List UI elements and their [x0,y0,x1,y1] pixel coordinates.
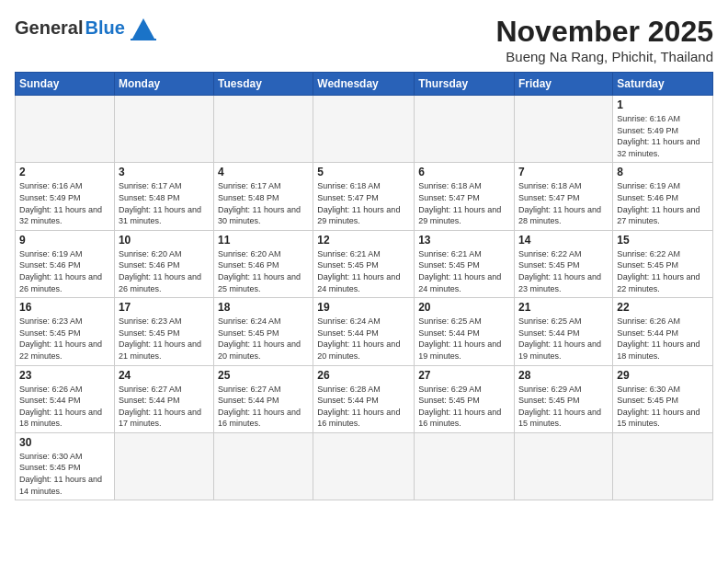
logo: General Blue [15,15,158,40]
title-block: November 2025 Bueng Na Rang, Phichit, Th… [495,15,713,64]
table-row: 18Sunrise: 6:24 AMSunset: 5:45 PMDayligh… [214,298,313,365]
weekday-header-row: Sunday Monday Tuesday Wednesday Thursday… [16,73,713,96]
empty-cell [415,96,515,163]
svg-rect-1 [131,39,156,40]
table-row: 3Sunrise: 6:17 AMSunset: 5:48 PMDaylight… [114,163,213,230]
page-header: General Blue November 2025 Bueng Na Rang… [15,15,713,64]
header-tuesday: Tuesday [214,73,313,96]
empty-cell [613,432,713,500]
calendar-table: Sunday Monday Tuesday Wednesday Thursday… [15,72,713,500]
header-monday: Monday [114,73,213,96]
table-row: 10Sunrise: 6:20 AMSunset: 5:46 PMDayligh… [114,230,213,297]
table-row: 20Sunrise: 6:25 AMSunset: 5:44 PMDayligh… [415,298,515,365]
header-sunday: Sunday [16,73,115,96]
table-row: 25Sunrise: 6:27 AMSunset: 5:44 PMDayligh… [214,365,313,432]
table-row: 12Sunrise: 6:21 AMSunset: 5:45 PMDayligh… [313,230,415,297]
table-row: 24Sunrise: 6:27 AMSunset: 5:44 PMDayligh… [114,365,213,432]
table-row: 30Sunrise: 6:30 AMSunset: 5:45 PMDayligh… [16,432,115,500]
table-row: 19Sunrise: 6:24 AMSunset: 5:44 PMDayligh… [313,298,415,365]
empty-cell [515,96,613,163]
empty-cell [313,96,415,163]
header-friday: Friday [515,73,613,96]
table-row: 7Sunrise: 6:18 AMSunset: 5:47 PMDaylight… [515,163,613,230]
table-row: 4Sunrise: 6:17 AMSunset: 5:48 PMDaylight… [214,163,313,230]
empty-cell [515,432,613,500]
empty-cell [114,96,213,163]
table-row: 6Sunrise: 6:18 AMSunset: 5:47 PMDaylight… [415,163,515,230]
table-row: 9Sunrise: 6:19 AMSunset: 5:46 PMDaylight… [16,230,115,297]
empty-cell [114,432,213,500]
table-row: 26Sunrise: 6:28 AMSunset: 5:44 PMDayligh… [313,365,415,432]
empty-cell [214,96,313,163]
page-title: November 2025 [495,15,713,49]
logo-general: General [15,17,83,39]
table-row: 23Sunrise: 6:26 AMSunset: 5:44 PMDayligh… [16,365,115,432]
svg-marker-0 [132,18,154,39]
empty-cell [214,432,313,500]
header-saturday: Saturday [613,73,713,96]
logo-blue: Blue [85,17,124,39]
table-row: 8Sunrise: 6:19 AMSunset: 5:46 PMDaylight… [613,163,713,230]
table-row: 17Sunrise: 6:23 AMSunset: 5:45 PMDayligh… [114,298,213,365]
header-wednesday: Wednesday [313,73,415,96]
table-row: 11Sunrise: 6:20 AMSunset: 5:46 PMDayligh… [214,230,313,297]
table-row: 29Sunrise: 6:30 AMSunset: 5:45 PMDayligh… [613,365,713,432]
table-row: 15Sunrise: 6:22 AMSunset: 5:45 PMDayligh… [613,230,713,297]
page-subtitle: Bueng Na Rang, Phichit, Thailand [495,49,713,64]
table-row: 5Sunrise: 6:18 AMSunset: 5:47 PMDaylight… [313,163,415,230]
table-row: 21Sunrise: 6:25 AMSunset: 5:44 PMDayligh… [515,298,613,365]
empty-cell [415,432,515,500]
table-row: 1Sunrise: 6:16 AMSunset: 5:49 PMDaylight… [613,96,713,163]
table-row: 27Sunrise: 6:29 AMSunset: 5:45 PMDayligh… [415,365,515,432]
header-thursday: Thursday [415,73,515,96]
table-row: 13Sunrise: 6:21 AMSunset: 5:45 PMDayligh… [415,230,515,297]
empty-cell [16,96,115,163]
table-row: 16Sunrise: 6:23 AMSunset: 5:45 PMDayligh… [16,298,115,365]
table-row: 28Sunrise: 6:29 AMSunset: 5:45 PMDayligh… [515,365,613,432]
table-row: 14Sunrise: 6:22 AMSunset: 5:45 PMDayligh… [515,230,613,297]
empty-cell [313,432,415,500]
table-row: 22Sunrise: 6:26 AMSunset: 5:44 PMDayligh… [613,298,713,365]
table-row: 2Sunrise: 6:16 AMSunset: 5:49 PMDaylight… [16,163,115,230]
logo-icon [129,15,158,40]
